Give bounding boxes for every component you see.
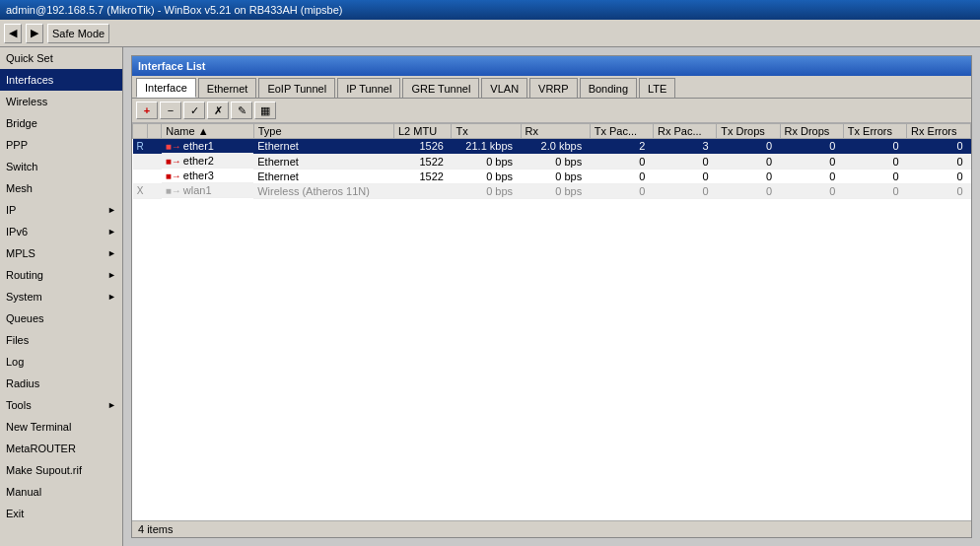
row-l2mtu [393, 183, 451, 198]
col-header-name[interactable]: Name ▲ [162, 124, 254, 139]
tab-lte-label: LTE [648, 83, 666, 95]
table-row[interactable]: X ■→ wlan1 Wireless (Atheros 11N) 0 bps … [133, 183, 971, 198]
tab-ethernet[interactable]: Ethernet [198, 78, 257, 98]
tab-eoip-tunnel[interactable]: EoIP Tunnel [258, 78, 335, 98]
tab-interface-label: Interface [145, 82, 187, 94]
sidebar-item-system[interactable]: System ► [0, 286, 122, 307]
sidebar-label-make-supout: Make Supout.rif [6, 464, 82, 476]
sidebar-item-ip[interactable]: IP ► [0, 199, 122, 221]
row-tx-errors: 0 [843, 183, 906, 198]
sidebar-item-quick-set[interactable]: Quick Set [0, 47, 122, 69]
row-name: ■→ wlan1 [162, 183, 254, 198]
sidebar-item-ipv6[interactable]: IPv6 ► [0, 221, 122, 242]
forward-button[interactable]: ▶ [26, 24, 43, 43]
row-tx-drops: 0 [717, 169, 780, 183]
sidebar-item-routing[interactable]: Routing ► [0, 264, 122, 286]
tab-interface[interactable]: Interface [136, 78, 196, 98]
table-row[interactable]: ■→ ether2 Ethernet 1522 0 bps 0 bps 0 0 … [133, 154, 971, 169]
sidebar-item-tools[interactable]: Tools ► [0, 394, 122, 416]
sidebar-item-mpls[interactable]: MPLS ► [0, 242, 122, 264]
row-flag [133, 169, 148, 183]
sidebar-label-bridge: Bridge [6, 117, 37, 129]
sidebar-label-mpls: MPLS [6, 247, 35, 259]
sidebar-item-make-supout[interactable]: Make Supout.rif [0, 459, 122, 481]
tab-ip-tunnel[interactable]: IP Tunnel [337, 78, 400, 98]
row-rx-pac: 3 [653, 139, 716, 155]
tab-vrrp[interactable]: VRRP [529, 78, 578, 98]
sidebar-item-ppp[interactable]: PPP [0, 134, 122, 156]
filter-button[interactable]: ▦ [254, 102, 276, 119]
row-type: Ethernet [253, 139, 393, 155]
sidebar-item-files[interactable]: Files [0, 329, 122, 351]
add-button[interactable]: + [136, 102, 158, 119]
row-flag: R [133, 139, 148, 155]
col-header-type[interactable]: Type [253, 124, 393, 139]
row-l2mtu: 1522 [393, 169, 451, 183]
remove-button[interactable]: − [160, 102, 181, 119]
sidebar-label-quick-set: Quick Set [6, 52, 53, 64]
disable-button[interactable]: ✗ [207, 102, 229, 119]
interface-name: ether2 [183, 155, 214, 167]
sidebar-item-manual[interactable]: Manual [0, 481, 122, 503]
sidebar-label-ipv6: IPv6 [6, 226, 28, 238]
interface-table-container[interactable]: Name ▲ Type L2 MTU Tx Rx Tx Pac... Rx Pa… [132, 123, 971, 520]
tab-vlan[interactable]: VLAN [481, 78, 527, 98]
interface-name: wlan1 [183, 184, 212, 196]
sidebar-label-files: Files [6, 334, 29, 346]
enable-button[interactable]: ✓ [183, 102, 205, 119]
tab-vrrp-label: VRRP [538, 83, 569, 95]
col-header-rx-pac[interactable]: Rx Pac... [653, 124, 716, 139]
tab-gre-tunnel[interactable]: GRE Tunnel [402, 78, 479, 98]
tab-bonding[interactable]: Bonding [580, 78, 637, 98]
row-rx-drops: 0 [780, 139, 843, 155]
tab-ethernet-label: Ethernet [207, 83, 248, 95]
sidebar-item-queues[interactable]: Queues [0, 307, 122, 329]
col-header-tx-pac[interactable]: Tx Pac... [590, 124, 653, 139]
col-header-tx-drops[interactable]: Tx Drops [717, 124, 780, 139]
col-header-rx-drops[interactable]: Rx Drops [780, 124, 843, 139]
tab-bonding-label: Bonding [589, 83, 628, 95]
back-button[interactable]: ◀ [4, 24, 22, 43]
sidebar-label-metarouter: MetaROUTER [6, 443, 76, 454]
sidebar-arrow-routing: ► [107, 270, 116, 280]
comment-button[interactable]: ✎ [231, 102, 252, 119]
sidebar-arrow-tools: ► [107, 400, 116, 410]
status-text: 4 items [138, 523, 173, 535]
sidebar-item-log[interactable]: Log [0, 351, 122, 373]
col-header-tx-errors[interactable]: Tx Errors [843, 124, 906, 139]
sidebar-label-ppp: PPP [6, 139, 28, 151]
sidebar-item-switch[interactable]: Switch [0, 156, 122, 177]
sidebar-label-exit: Exit [6, 508, 24, 519]
row-tx: 0 bps [452, 169, 521, 183]
sidebar-item-exit[interactable]: Exit [0, 503, 122, 524]
col-header-rx[interactable]: Rx [521, 124, 590, 139]
col-header-l2mtu[interactable]: L2 MTU [393, 124, 451, 139]
row-tx-pac: 0 [590, 154, 653, 169]
sidebar-label-new-terminal: New Terminal [6, 421, 71, 433]
sidebar-item-radius[interactable]: Radius [0, 373, 122, 394]
col-header-tx[interactable]: Tx [452, 124, 521, 139]
sidebar-item-bridge[interactable]: Bridge [0, 112, 122, 134]
row-tx: 0 bps [452, 183, 521, 198]
table-row[interactable]: R ■→ ether1 Ethernet 1526 21.1 kbps 2.0 … [133, 139, 971, 155]
tab-lte[interactable]: LTE [639, 78, 675, 98]
row-tx: 0 bps [452, 154, 521, 169]
interface-icon: ■→ [166, 171, 181, 181]
col-header-rx-errors[interactable]: Rx Errors [907, 124, 971, 139]
sidebar-label-log: Log [6, 356, 24, 368]
table-row[interactable]: ■→ ether3 Ethernet 1522 0 bps 0 bps 0 0 … [133, 169, 971, 183]
sidebar-item-metarouter[interactable]: MetaROUTER [0, 438, 122, 459]
sidebar-item-wireless[interactable]: Wireless [0, 91, 122, 112]
safe-mode-button[interactable]: Safe Mode [47, 24, 109, 43]
row-tx-errors: 0 [843, 154, 906, 169]
row-flag2 [148, 154, 162, 169]
sidebar-item-new-terminal[interactable]: New Terminal [0, 416, 122, 438]
row-flag2 [148, 139, 162, 155]
row-name: ■→ ether1 [162, 139, 254, 154]
sidebar-item-mesh[interactable]: Mesh [0, 177, 122, 199]
window-title-bar: Interface List [132, 56, 971, 76]
title-text: admin@192.168.5.7 (MikroTik) - WinBox v5… [6, 4, 343, 16]
sidebar-item-interfaces[interactable]: Interfaces [0, 69, 122, 91]
status-bar: 4 items [132, 520, 971, 537]
row-name: ■→ ether2 [162, 154, 254, 169]
